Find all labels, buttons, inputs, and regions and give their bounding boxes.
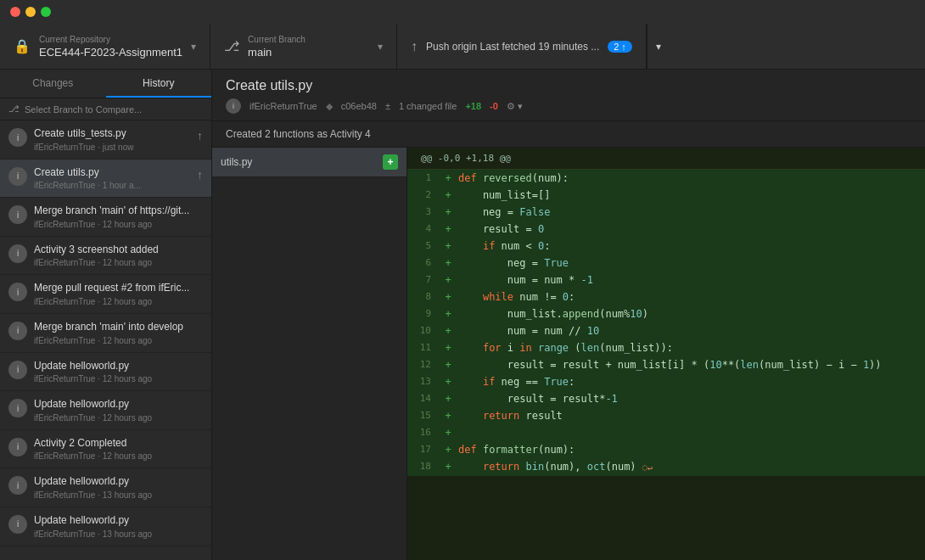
commit-title: Create utils_tests.py <box>34 127 190 141</box>
diff-line: 7 + num = num * -1 <box>407 272 925 288</box>
commit-meta: ifEricReturnTrue · 12 hours ago <box>34 413 203 423</box>
commit-title: Merge pull request #2 from ifEric... <box>34 282 203 295</box>
diff-line: 8 + while num != 0: <box>407 288 925 305</box>
commit-meta: ifEricReturnTrue · just now <box>34 143 190 152</box>
commit-item[interactable]: i Merge branch 'main' into develop ifEri… <box>0 314 211 353</box>
commit-title: Update helloworld.py <box>34 398 203 412</box>
main-layout: Changes History ⎇ Select Branch to Compa… <box>0 70 925 560</box>
diff-line: 1 + def reversed(num): <box>407 170 925 187</box>
repository-selector[interactable]: 🔒 Current Repository ECE444-F2023-Assign… <box>0 24 210 69</box>
push-dropdown-button[interactable]: ▾ <box>647 24 670 69</box>
commit-item[interactable]: i Activity 3 screenshot added ifEricRetu… <box>0 237 211 276</box>
commit-detail-title: Create utils.py <box>226 70 911 98</box>
avatar: i <box>8 167 27 186</box>
diff-area: utils.py + @@ -0,0 +1,18 @@ 1 + def reve… <box>212 148 925 560</box>
commit-item[interactable]: i Create utils_tests.py ifEricReturnTrue… <box>0 120 211 160</box>
commit-item[interactable]: i Update helloworld.py ifEricReturnTrue … <box>0 468 211 507</box>
branch-icon: ⎇ <box>224 38 239 54</box>
traffic-lights <box>10 7 51 17</box>
diff-line: 3 + neg = False <box>407 204 925 221</box>
push-arrow-icon: ↑ <box>621 42 626 52</box>
push-indicator-icon: ↑ <box>197 129 203 143</box>
close-button[interactable] <box>10 7 20 17</box>
file-name: utils.py <box>221 156 383 168</box>
diff-line: 9 + num_list.append(num%10) <box>407 305 925 322</box>
commit-item[interactable]: i Update helloworld.py ifEricReturnTrue … <box>0 353 211 392</box>
repo-label: Current Repository <box>39 36 182 44</box>
diff-line: 17 + def formatter(num): <box>407 441 925 458</box>
commit-list: i Create utils_tests.py ifEricReturnTrue… <box>0 120 211 560</box>
diff-line: 13 + if neg == True: <box>407 373 925 390</box>
branch-chevron-icon: ▾ <box>378 41 383 53</box>
push-indicator-icon: ↑ <box>197 168 203 182</box>
avatar: i <box>8 322 27 340</box>
avatar: i <box>8 361 27 379</box>
commit-item[interactable]: i Merge pull request #2 from ifEric... i… <box>0 275 211 314</box>
commit-title: Update helloworld.py <box>34 360 203 373</box>
toolbar: 🔒 Current Repository ECE444-F2023-Assign… <box>0 24 925 70</box>
minimize-button[interactable] <box>25 7 36 17</box>
file-added-icon: + <box>383 154 398 170</box>
commit-message: Created 2 functions as Activity 4 <box>212 121 925 148</box>
commit-meta: ifEricReturnTrue · 12 hours ago <box>34 374 203 384</box>
commit-item[interactable]: i Update helloworld.py ifEricReturnTrue … <box>0 507 211 546</box>
code-panel: @@ -0,0 +1,18 @@ 1 + def reversed(num): … <box>407 148 925 560</box>
commit-meta: ifEricReturnTrue · 12 hours ago <box>34 451 203 461</box>
diff-line: 15 + return result <box>407 407 925 424</box>
diff-line: 11 + for i in range (len(num_list)): <box>407 339 925 356</box>
commit-item[interactable]: i Create utils.py ifEricReturnTrue · 1 h… <box>0 160 211 199</box>
push-count: 2 <box>614 42 619 52</box>
commit-title: Update helloworld.py <box>34 475 203 489</box>
diff-line: 14 + result = result*-1 <box>407 390 925 407</box>
tab-changes[interactable]: Changes <box>0 70 106 98</box>
file-item[interactable]: utils.py + <box>212 148 406 177</box>
commit-item[interactable]: i Update helloworld.py ifEricReturnTrue … <box>0 391 211 430</box>
commit-title: Update helloworld.py <box>34 514 203 528</box>
commit-hash: c06eb48 <box>341 101 377 111</box>
avatar: i <box>8 438 27 456</box>
deletions-count: -0 <box>490 101 498 111</box>
diff-line: 2 + num_list=[] <box>407 187 925 204</box>
author-avatar: i <box>226 98 241 114</box>
sidebar-tabs: Changes History <box>0 70 211 98</box>
diff-line: 6 + neg = True <box>407 255 925 272</box>
avatar: i <box>8 515 27 534</box>
commit-title: Activity 3 screenshot added <box>34 244 203 257</box>
compare-icon: ⎇ <box>8 104 20 115</box>
commit-meta: ifEricReturnTrue · 1 hour a... <box>34 181 190 190</box>
diff-range-header: @@ -0,0 +1,18 @@ <box>407 148 925 170</box>
push-sublabel: Last fetched 19 minutes ... <box>479 41 599 53</box>
repo-name: ECE444-F2023-Assignment1 <box>39 47 182 58</box>
commit-item[interactable]: i Activity 2 Completed ifEricReturnTrue … <box>0 430 211 469</box>
content-area: Create utils.py i ifEricReturnTrue ◆ c06… <box>212 70 925 560</box>
maximize-button[interactable] <box>41 7 51 17</box>
changed-files: 1 changed file <box>399 101 457 111</box>
diff-line: 16 + <box>407 424 925 441</box>
diff-line: 18 + return bin(num), oct(num) ◌↵ <box>407 458 925 476</box>
push-dropdown-chevron-icon: ▾ <box>656 41 661 53</box>
diff-line: 5 + if num < 0: <box>407 238 925 255</box>
commit-title: Create utils.py <box>34 166 190 180</box>
commit-meta: ifEricReturnTrue · 12 hours ago <box>34 336 203 345</box>
commit-meta: ifEricReturnTrue · 12 hours ago <box>34 220 203 229</box>
avatar: i <box>8 128 27 147</box>
diff-line: 4 + result = 0 <box>407 221 925 238</box>
repo-chevron-icon: ▾ <box>191 41 196 53</box>
commit-header: Create utils.py i ifEricReturnTrue ◆ c06… <box>212 70 925 121</box>
branch-compare-selector[interactable]: ⎇ Select Branch to Compare... <box>0 98 211 120</box>
avatar: i <box>8 399 27 417</box>
commit-title: Merge branch 'main' of https://git... <box>34 204 203 218</box>
avatar: i <box>8 476 27 495</box>
branch-name: main <box>248 47 306 58</box>
push-label: Push origin <box>426 41 477 53</box>
commit-item[interactable]: i Merge branch 'main' of https://git... … <box>0 198 211 237</box>
branch-selector[interactable]: ⎇ Current Branch main ▾ <box>210 24 397 69</box>
repo-icon: 🔒 <box>14 38 31 54</box>
tab-history[interactable]: History <box>106 70 212 98</box>
avatar: i <box>8 244 27 263</box>
avatar: i <box>8 205 27 224</box>
settings-icon[interactable]: ⚙ ▾ <box>507 101 523 112</box>
push-origin-button[interactable]: ↑ Push origin Last fetched 19 minutes ..… <box>397 24 647 69</box>
push-badge: 2 ↑ <box>608 41 632 53</box>
commit-meta: ifEricReturnTrue · 13 hours ago <box>34 529 203 539</box>
